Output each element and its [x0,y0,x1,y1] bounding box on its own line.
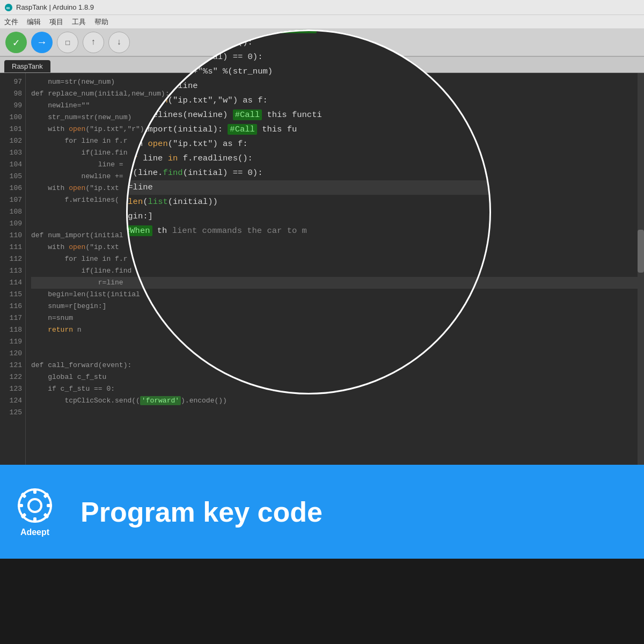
bottom-banner: Adeept Program key code [0,465,644,559]
menu-file[interactable]: 文件 [4,17,18,27]
scrollbar-thumb[interactable] [638,230,644,273]
menu-help[interactable]: 帮助 [94,17,108,27]
adeept-logo-icon [16,487,54,524]
open-button[interactable]: ↑ [83,32,104,53]
window-title: RaspTank | Arduino 1.8.9 [16,3,94,11]
menu-tools[interactable]: 工具 [72,17,86,27]
title-bar: ∞ RaspTank | Arduino 1.8.9 [0,0,644,15]
code-line-125 [31,407,639,419]
menu-edit[interactable]: 编辑 [27,17,41,27]
svg-rect-5 [33,517,36,523]
code-line-124: tcpClicSock.send(('forward').encode()) [31,395,639,407]
svg-text:∞: ∞ [6,5,10,11]
logo-text: Adeept [20,528,49,537]
verify-button[interactable]: ✓ [5,32,27,53]
scrollbar[interactable] [638,73,644,465]
svg-rect-4 [33,488,36,494]
svg-rect-6 [18,504,23,507]
save-button[interactable]: ↓ [108,32,130,53]
banner-title: Program key code [80,496,323,528]
menu-bar: 文件 编辑 项目 工具 帮助 [0,15,644,29]
app-icon: ∞ [4,3,13,12]
svg-point-3 [28,499,41,512]
magnifier-circle-content: open("ip.txt","r") as f:ip.txt' file for… [126,30,491,394]
rasptank-tab[interactable]: RaspTank [4,60,50,72]
svg-rect-7 [47,504,52,507]
menu-project[interactable]: 项目 [49,17,63,27]
line-numbers: 97 98 99 100 101 102 103 104 105 106 107… [0,73,26,465]
adeept-logo: Adeept [16,487,54,537]
new-button[interactable]: ☐ [57,32,78,53]
upload-button[interactable]: → [31,32,53,53]
